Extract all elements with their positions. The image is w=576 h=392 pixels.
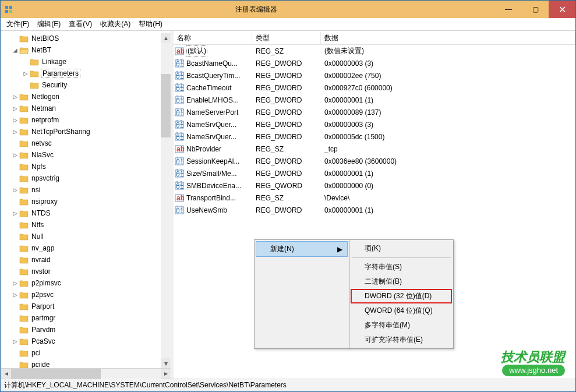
tree-item[interactable]: netvsc xyxy=(1,137,171,149)
menu-edit[interactable]: 编辑(E) xyxy=(34,18,64,30)
context-new[interactable]: 新建(N) ▶ xyxy=(256,241,348,257)
menu-help[interactable]: 帮助(H) xyxy=(135,18,166,30)
folder-icon xyxy=(19,197,29,206)
list-row[interactable]: ab(默认)REG_SZ(数值未设置) xyxy=(174,45,575,57)
collapse-icon[interactable]: ▷ xyxy=(12,116,19,124)
list-row[interactable]: 110011EnableLMHOS...REG_DWORD0x00000001 … xyxy=(174,94,575,106)
list-row[interactable]: 110011CacheTimeoutREG_DWORD0x000927c0 (6… xyxy=(174,82,575,94)
maximize-button[interactable]: ▢ xyxy=(522,1,549,18)
tree-item[interactable]: ◢NetBT xyxy=(1,44,171,56)
tree-item[interactable]: Parvdm xyxy=(1,324,171,336)
tree-item[interactable]: ▷Netman xyxy=(1,103,171,114)
tree-item[interactable]: ▷Netlogon xyxy=(1,91,171,103)
hscroll-track[interactable] xyxy=(11,369,161,379)
close-button[interactable]: ✕ xyxy=(549,1,575,18)
value-data: (数值未设置) xyxy=(321,46,575,56)
tree-item[interactable]: partmgr xyxy=(1,312,171,324)
tree-item[interactable]: Linkage xyxy=(1,56,171,68)
value-type: REG_DWORD xyxy=(252,84,321,92)
col-name-header[interactable]: 名称 xyxy=(174,32,252,44)
tree-item[interactable]: ▷p2psvc xyxy=(1,289,171,301)
tree-item[interactable]: ▷NTDS xyxy=(1,207,171,219)
folder-icon xyxy=(19,244,29,252)
list-row[interactable]: 110011SMBDeviceEna...REG_QWORD0x00000000… xyxy=(174,179,575,192)
tree-item[interactable]: nsiproxy xyxy=(1,196,171,207)
body: NetBIOS◢NetBTLinkage▷ParametersSecurity▷… xyxy=(1,31,575,379)
context-new-qword[interactable]: QWORD (64 位)值(Q) xyxy=(351,303,452,318)
col-type-header[interactable]: 类型 xyxy=(252,32,321,44)
collapse-icon[interactable]: ▷ xyxy=(12,337,19,345)
svg-rect-1 xyxy=(9,6,12,9)
folder-icon xyxy=(19,93,29,101)
vscroll-up[interactable]: ▴ xyxy=(161,33,171,43)
hscroll-right[interactable]: ▸ xyxy=(161,369,171,379)
list-row[interactable]: abNbProviderREG_SZ_tcp xyxy=(174,143,575,155)
svg-text:011: 011 xyxy=(176,182,184,190)
vscroll-down[interactable]: ▾ xyxy=(161,358,171,368)
value-type: REG_SZ xyxy=(252,194,321,202)
list-row[interactable]: 110011Size/Small/Me...REG_DWORD0x0000000… xyxy=(174,167,575,179)
tree-item[interactable]: ▷p2pimsvc xyxy=(1,277,171,289)
collapse-icon[interactable]: ▷ xyxy=(12,151,19,159)
tree-hscroll[interactable]: ◂ ▸ xyxy=(1,368,171,378)
context-new-key[interactable]: 项(K) xyxy=(351,241,452,256)
tree-item[interactable]: Parport xyxy=(1,301,171,312)
context-new-dword[interactable]: DWORD (32 位)值(D) xyxy=(351,289,452,303)
binary-value-icon: 110011 xyxy=(175,83,184,93)
tree-item[interactable]: npsvctrig xyxy=(1,172,171,184)
menu-view[interactable]: 查看(V) xyxy=(65,18,96,30)
tree-item[interactable]: pci xyxy=(1,347,171,359)
collapse-icon[interactable]: ▷ xyxy=(12,209,19,217)
tree-item[interactable]: ▷netprofm xyxy=(1,114,171,126)
menu-file[interactable]: 文件(F) xyxy=(3,18,33,30)
collapse-icon[interactable]: ▷ xyxy=(22,69,29,77)
context-new-multistring[interactable]: 多字符串值(M) xyxy=(351,318,452,333)
vscroll-track[interactable] xyxy=(161,43,171,358)
tree-item[interactable]: ▷nsi xyxy=(1,184,171,196)
collapse-icon[interactable]: ▷ xyxy=(12,93,19,101)
vscroll-thumb[interactable] xyxy=(161,74,171,137)
tree-item[interactable]: ▷Parameters xyxy=(1,68,171,79)
expand-icon[interactable]: ◢ xyxy=(12,46,19,54)
registry-tree[interactable]: NetBIOS◢NetBTLinkage▷ParametersSecurity▷… xyxy=(1,33,171,368)
tree-item[interactable]: pciide xyxy=(1,359,171,368)
collapse-icon[interactable]: ▷ xyxy=(12,186,19,194)
list-row[interactable]: 110011BcastNameQu...REG_DWORD0x00000003 … xyxy=(174,57,575,69)
list-row[interactable]: 110011UseNewSmbREG_DWORD0x00000001 (1) xyxy=(174,204,575,216)
tree-item[interactable]: ▷PcaSvc xyxy=(1,336,171,347)
tree-item[interactable]: Security xyxy=(1,79,171,91)
collapse-icon[interactable]: ▷ xyxy=(12,291,19,299)
tree-item[interactable]: nvstor xyxy=(1,266,171,277)
value-data: _tcp xyxy=(321,145,575,153)
list-row[interactable]: 110011NameSrvQuer...REG_DWORD0x00000003 … xyxy=(174,118,575,130)
hscroll-left[interactable]: ◂ xyxy=(1,369,11,379)
tree-item[interactable]: ▷NlaSvc xyxy=(1,149,171,161)
tree-item[interactable]: nv_agp xyxy=(1,242,171,254)
tree-item[interactable]: nvraid xyxy=(1,254,171,266)
context-new-expandstring[interactable]: 可扩充字符串值(E) xyxy=(351,333,452,347)
col-data-header[interactable]: 数据 xyxy=(321,32,575,44)
list-row[interactable]: 110011SessionKeepAl...REG_DWORD0x0036ee8… xyxy=(174,155,575,167)
menu-favorites[interactable]: 收藏夹(A) xyxy=(97,18,134,30)
folder-icon xyxy=(19,337,29,345)
list-row[interactable]: 110011BcastQueryTim...REG_DWORD0x000002e… xyxy=(174,69,575,82)
folder-icon xyxy=(19,46,29,54)
tree-item[interactable]: Ntfs xyxy=(1,219,171,231)
list-row[interactable]: abTransportBind...REG_SZ\Device\ xyxy=(174,192,575,204)
binary-value-icon: 110011 xyxy=(175,71,184,80)
tree-item[interactable]: ▷NetTcpPortSharing xyxy=(1,126,171,137)
collapse-icon[interactable]: ▷ xyxy=(12,279,19,287)
tree-item[interactable]: Npfs xyxy=(1,161,171,172)
context-new-binary[interactable]: 二进制值(B) xyxy=(351,274,452,289)
tree-item[interactable]: NetBIOS xyxy=(1,33,171,44)
collapse-icon[interactable]: ▷ xyxy=(12,104,19,112)
list-row[interactable]: 110011NameSrvQuer...REG_DWORD0x000005dc … xyxy=(174,130,575,143)
tree-vscroll[interactable]: ▴ ▾ xyxy=(161,33,171,368)
hscroll-thumb[interactable] xyxy=(11,369,101,379)
tree-item[interactable]: Null xyxy=(1,231,171,242)
binary-value-icon: 110011 xyxy=(175,181,184,190)
list-row[interactable]: 110011NameServerPortREG_DWORD0x00000089 … xyxy=(174,106,575,118)
collapse-icon[interactable]: ▷ xyxy=(12,128,19,136)
context-new-string[interactable]: 字符串值(S) xyxy=(351,260,452,274)
minimize-button[interactable]: — xyxy=(495,1,522,18)
